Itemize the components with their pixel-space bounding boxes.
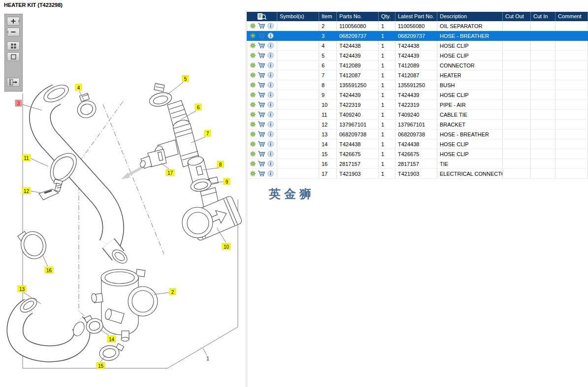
add-to-cart-icon[interactable] (258, 141, 265, 147)
add-to-cart-icon[interactable] (258, 82, 265, 88)
table-row-item-9[interactable]: 9T4244391T424439HOSE CLIP (247, 90, 588, 100)
info-icon[interactable] (267, 131, 274, 137)
diagram-label-4[interactable]: 4 (75, 84, 85, 101)
add-to-cart-icon[interactable] (258, 161, 265, 167)
diagram-label-17[interactable]: 17 (161, 163, 174, 176)
info-icon[interactable] (267, 101, 274, 108)
add-to-cart-icon[interactable] (258, 62, 265, 68)
table-row-item-11[interactable]: 11T4092401T409240CABLE TIE (247, 110, 588, 120)
cell-item: 12 (319, 120, 337, 129)
info-icon[interactable] (267, 62, 274, 68)
part-config-icon[interactable] (250, 63, 256, 68)
add-to-cart-icon[interactable] (258, 42, 265, 49)
table-row-item-4[interactable]: 4T4244381T424438HOSE CLIP (247, 41, 588, 51)
part-config-icon[interactable] (250, 33, 256, 38)
part-config-icon[interactable] (250, 72, 256, 78)
cell-item: 9 (319, 90, 337, 100)
cell-preview (247, 169, 277, 179)
diagram-label-11[interactable]: 11 (22, 155, 48, 166)
cell-preview (247, 120, 277, 129)
info-icon[interactable] (267, 42, 274, 49)
add-to-cart-icon[interactable] (258, 23, 265, 29)
info-icon[interactable] (267, 52, 274, 59)
column-header-cut_out[interactable]: Cut Out (503, 12, 531, 21)
part-config-icon[interactable] (250, 82, 256, 88)
info-icon[interactable] (267, 92, 274, 98)
part-config-icon[interactable] (250, 92, 256, 97)
table-row-item-3[interactable]: 30682097371068209737HOSE - BREATHER (247, 31, 588, 41)
info-icon[interactable] (267, 23, 274, 29)
add-to-cart-icon[interactable] (258, 131, 265, 137)
part-config-icon[interactable] (250, 171, 256, 176)
add-to-cart-icon[interactable] (258, 121, 265, 128)
column-header-symbols[interactable]: Symbol(s) (277, 12, 319, 21)
column-header-parts_no[interactable]: Parts No. (337, 12, 379, 21)
add-to-cart-icon[interactable] (258, 111, 265, 118)
part-config-icon[interactable] (250, 141, 256, 147)
table-row-item-12[interactable]: 121379671011137967101BRACKET (247, 120, 588, 129)
info-icon[interactable] (267, 161, 274, 167)
table-row-item-5[interactable]: 5T4244391T424439HOSE CLIP (247, 51, 588, 61)
add-to-cart-icon[interactable] (258, 92, 265, 98)
cell-symbols (277, 159, 319, 169)
table-row-item-6[interactable]: 6T4120891T412089CONNECTOR (247, 61, 588, 70)
part-config-icon[interactable] (250, 161, 256, 166)
table-row-item-17[interactable]: 17T4219031T421903ELECTRICAL CONNECTOR (247, 169, 588, 179)
preview-column-header[interactable] (247, 12, 277, 21)
column-header-cut_in[interactable]: Cut In (531, 12, 555, 21)
cell-qty: 1 (379, 100, 395, 110)
part-config-icon[interactable] (250, 53, 256, 58)
watermark: 英金狮 (269, 186, 315, 202)
column-header-comment[interactable]: Comment (555, 12, 588, 21)
cell-qty: 1 (379, 80, 395, 90)
info-icon[interactable] (267, 141, 274, 147)
cell-item: 11 (319, 110, 337, 120)
cell-cut_in (531, 31, 555, 41)
part-config-icon[interactable] (250, 102, 256, 107)
info-icon[interactable] (267, 72, 274, 78)
info-icon[interactable] (267, 170, 274, 177)
table-row-item-10[interactable]: 10T4223191T422319PIPE - AIR (247, 100, 588, 110)
parts-illustration (15, 82, 242, 362)
svg-text:8: 8 (219, 162, 222, 167)
add-to-cart-icon[interactable] (258, 52, 265, 59)
cell-description: HOSE CLIP (437, 51, 503, 61)
info-icon[interactable] (267, 82, 274, 88)
table-row-item-14[interactable]: 14T4244381T424438HOSE CLIP (247, 139, 588, 149)
diagram-label-16[interactable]: 16 (42, 255, 53, 273)
part-config-icon[interactable] (250, 131, 256, 137)
cell-item: 8 (319, 80, 337, 90)
info-icon[interactable] (267, 151, 274, 157)
column-header-description[interactable]: Description (437, 12, 503, 21)
info-icon[interactable] (267, 111, 274, 118)
part-config-icon[interactable] (250, 151, 256, 157)
part-pipe-air-10 (182, 188, 243, 241)
diagram-label-12[interactable]: 12 (22, 188, 41, 194)
part-config-icon[interactable] (250, 23, 256, 29)
table-row-item-8[interactable]: 81355912501135591250BUSH (247, 80, 588, 90)
svg-text:17: 17 (167, 170, 173, 176)
add-to-cart-icon[interactable] (258, 72, 265, 78)
add-to-cart-icon[interactable] (258, 32, 265, 39)
table-row-item-16[interactable]: 16281715712817157TIE (247, 159, 588, 169)
cell-preview (247, 31, 277, 41)
diagram-label-5[interactable]: 5 (167, 75, 189, 95)
cell-cut_out (503, 169, 531, 179)
table-row-item-2[interactable]: 21100560801110056080OIL SEPARATOR (247, 21, 588, 31)
part-config-icon[interactable] (250, 43, 256, 48)
info-icon[interactable] (267, 32, 274, 39)
add-to-cart-icon[interactable] (258, 101, 265, 108)
column-header-latest_part_no[interactable]: Latest Part No. (395, 12, 437, 21)
table-row-item-7[interactable]: 7T4120871T412087HEATER (247, 70, 588, 80)
table-row-item-13[interactable]: 130682097381068209738HOSE - BREATHER (247, 129, 588, 139)
add-to-cart-icon[interactable] (258, 170, 265, 177)
svg-text:9: 9 (226, 179, 229, 185)
diagram-label-2[interactable]: 2 (154, 289, 176, 295)
info-icon[interactable] (267, 121, 274, 128)
column-header-qty[interactable]: Qty. (379, 12, 395, 21)
add-to-cart-icon[interactable] (258, 151, 265, 157)
column-header-item[interactable]: Item (319, 12, 337, 21)
part-config-icon[interactable] (250, 112, 256, 117)
table-row-item-15[interactable]: 15T4266751T426675HOSE CLIP (247, 149, 588, 159)
part-config-icon[interactable] (250, 122, 256, 127)
